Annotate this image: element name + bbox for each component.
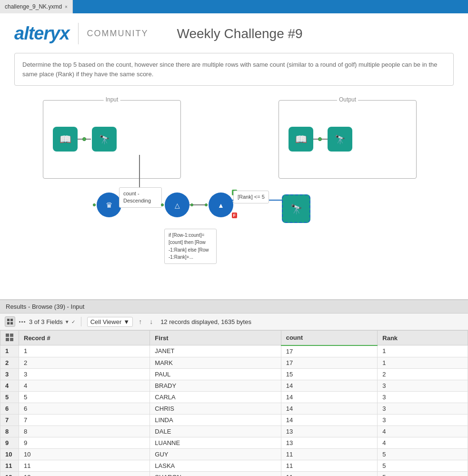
- cell-viewer-label: Cell Viewer: [90, 318, 122, 325]
- svg-text:🔭: 🔭: [335, 134, 346, 145]
- cell-record: 8: [19, 425, 150, 437]
- workflow-canvas: Input 📖: [14, 95, 454, 248]
- cell-rank: 3: [378, 391, 468, 403]
- results-header-text: Results - Browse (39) - Input: [6, 303, 84, 310]
- cell-rownum: 10: [0, 448, 19, 460]
- cell-count: 11: [281, 460, 378, 471]
- options-button[interactable]: [19, 321, 25, 323]
- cell-first: PAUL: [150, 368, 281, 380]
- formula-tooltip: if [Row-1:count]= [count] then [Row -1:R…: [164, 229, 217, 264]
- cell-first: LUANNE: [150, 437, 281, 448]
- cell-record: 6: [19, 403, 150, 414]
- table-row: 11 11 LASKA 11 5: [0, 460, 468, 471]
- cell-first: LINDA: [150, 414, 281, 425]
- formula-tool[interactable]: △: [161, 192, 193, 217]
- cell-first: CHRIS: [150, 403, 281, 414]
- fields-count-label: 3 of 3 Fields: [29, 318, 63, 325]
- col-header-count[interactable]: count: [281, 331, 378, 345]
- svg-text:🔭: 🔭: [99, 134, 110, 145]
- output-box-label: Output: [337, 96, 358, 103]
- cell-rank: 3: [378, 403, 468, 414]
- tab-bar: challenge_9_NK.yxmd ×: [0, 0, 468, 13]
- cell-record: 2: [19, 357, 150, 368]
- cell-count: 11: [281, 448, 378, 460]
- f-badge: F: [232, 213, 238, 218]
- svg-rect-19: [10, 319, 13, 321]
- cell-rownum: 12: [0, 471, 19, 476]
- sort-asc-button[interactable]: ↑: [137, 317, 144, 326]
- cell-record: 11: [19, 460, 150, 471]
- input-box: Input 📖: [43, 100, 181, 179]
- cell-rownum: 9: [0, 437, 19, 448]
- results-header: Results - Browse (39) - Input: [0, 300, 468, 314]
- cell-viewer-button[interactable]: Cell Viewer ▼: [87, 317, 133, 327]
- fields-dropdown[interactable]: 3 of 3 Fields ▼ ✓: [29, 318, 75, 325]
- cell-record: 3: [19, 368, 150, 380]
- output-browse-icon[interactable]: 🔭: [328, 127, 352, 152]
- cell-first: BRADY: [150, 380, 281, 391]
- cell-rownum: 7: [0, 414, 19, 425]
- app-header: alteryx COMMUNITY Weekly Challenge #9: [14, 23, 454, 44]
- table-row: 9 9 LUANNE 13 4: [0, 437, 468, 448]
- tab-label: challenge_9_NK.yxmd: [5, 3, 62, 10]
- cell-first: MARK: [150, 357, 281, 368]
- cell-rownum: 1: [0, 345, 19, 357]
- tab-item[interactable]: challenge_9_NK.yxmd ×: [0, 0, 73, 13]
- fields-dropdown-arrow: ▼: [65, 319, 70, 324]
- toolbar-separator-1: [81, 317, 81, 326]
- cell-first: JANET: [150, 345, 281, 357]
- filter-tooltip: [Rank] <= 5: [233, 191, 269, 203]
- table-row: 2 2 MARK 17 1: [0, 357, 468, 368]
- cell-rank: 5: [378, 471, 468, 476]
- svg-text:📖: 📖: [295, 133, 307, 145]
- output-browse-dashed[interactable]: 🔭: [282, 194, 310, 223]
- alteryx-logo: alteryx: [14, 23, 70, 44]
- description-text: Determine the top 5 based on the count, …: [22, 61, 437, 78]
- formula-tooltip-text: if [Row-1:count]= [count] then [Row -1:R…: [169, 233, 209, 260]
- cell-rank: 5: [378, 460, 468, 471]
- cell-count: 13: [281, 437, 378, 448]
- cell-count: 11: [281, 471, 378, 476]
- cell-record: 5: [19, 391, 150, 403]
- svg-text:♛: ♛: [106, 201, 112, 209]
- cell-record: 10: [19, 448, 150, 460]
- cell-first: SHARON: [150, 471, 281, 476]
- sort-desc-button[interactable]: ↓: [148, 317, 155, 326]
- tab-close-button[interactable]: ×: [65, 4, 68, 10]
- challenge-title: Weekly Challenge #9: [177, 26, 303, 41]
- cell-count: 14: [281, 403, 378, 414]
- filter-tooltip-text: [Rank] <= 5: [238, 194, 265, 200]
- cell-rank: 4: [378, 425, 468, 437]
- output-box: Output 📖 🔭: [279, 100, 417, 179]
- cell-first: GUY: [150, 448, 281, 460]
- grid-view-button[interactable]: [5, 316, 15, 327]
- data-table-wrapper: Record # First count Rank 1 1 JANET 17: [0, 330, 468, 476]
- cell-rank: 4: [378, 437, 468, 448]
- col-header-rank[interactable]: Rank: [378, 331, 468, 345]
- cell-count: 14: [281, 414, 378, 425]
- table-row: 4 4 BRADY 14 3: [0, 380, 468, 391]
- col-header-first[interactable]: First: [150, 331, 281, 345]
- table-row: 12 12 SHARON 11 5: [0, 471, 468, 476]
- cell-count: 14: [281, 380, 378, 391]
- cell-first: CARLA: [150, 391, 281, 403]
- table-row: 3 3 PAUL 15 2: [0, 368, 468, 380]
- table-row: 5 5 CARLA 14 3: [0, 391, 468, 403]
- filter-tool[interactable]: ▲ T F: [205, 192, 233, 217]
- col-header-record[interactable]: Record #: [19, 331, 150, 345]
- cell-first: LASKA: [150, 460, 281, 471]
- output-book-icon[interactable]: 📖: [289, 127, 313, 152]
- cell-rownum: 8: [0, 425, 19, 437]
- sort-tooltip: count - Descending: [119, 187, 162, 208]
- input-book-icon[interactable]: 📖: [53, 127, 78, 152]
- header-divider: [78, 23, 79, 44]
- fields-check-icon: ✓: [71, 319, 75, 324]
- svg-rect-21: [10, 322, 13, 324]
- cell-record: 9: [19, 437, 150, 448]
- table-row: 6 6 CHRIS 14 3: [0, 403, 468, 414]
- cell-rank: 2: [378, 368, 468, 380]
- cell-rank: 1: [378, 357, 468, 368]
- cell-count: 15: [281, 368, 378, 380]
- input-browse-icon[interactable]: 🔭: [92, 127, 117, 152]
- input-box-label: Input: [104, 96, 120, 103]
